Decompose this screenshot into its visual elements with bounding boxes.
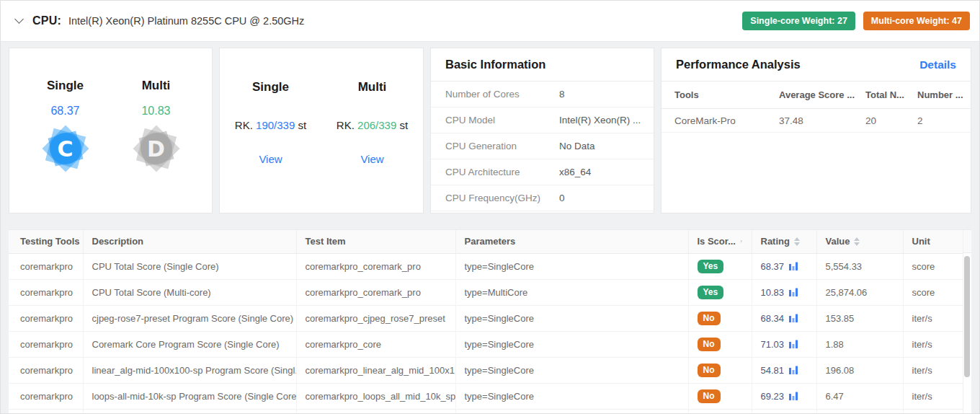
- rating-value: 69.23: [761, 391, 785, 402]
- cell-test-item: coremarkpro_coremark_pro: [296, 279, 455, 305]
- bar-chart-icon[interactable]: [788, 287, 798, 297]
- cell-description: linear_alg-mid-100x100-sp Program Score …: [83, 357, 296, 383]
- is-score-badge: No: [698, 338, 721, 351]
- single-rank-value: 190/339: [256, 119, 295, 131]
- multi-rank-heading: Multi: [321, 80, 423, 94]
- col-test-item: Test Item: [296, 230, 455, 253]
- cell-description: cjpeg-rose7-preset Program Score (Single…: [83, 305, 296, 331]
- multi-score-value: 10.83: [128, 105, 185, 118]
- single-rank-column: Single RK. 190/339 st View: [220, 80, 321, 213]
- info-row: Number of Cores 8: [431, 82, 654, 107]
- cell-test-item: coremarkpro_linear_alg_mid_100x1...: [296, 357, 455, 383]
- basic-information-card: Basic Information Number of Cores 8 CPU …: [430, 48, 654, 213]
- col-rating[interactable]: Rating: [752, 230, 816, 253]
- single-grade-letter: C: [43, 126, 88, 171]
- rating-value: 68.34: [761, 313, 785, 324]
- table-row[interactable]: coremarkpro Coremark Core Program Score …: [9, 331, 963, 357]
- cell-test-item: coremarkpro_coremark_pro: [296, 253, 455, 279]
- multi-grade-badge-icon: D: [134, 126, 179, 171]
- cell-testing-tool: coremarkpro: [9, 279, 83, 305]
- cell-parameters: type=SingleCore: [455, 305, 688, 331]
- single-view-link[interactable]: View: [259, 153, 282, 165]
- col-value[interactable]: Value: [816, 230, 903, 253]
- table-scrollbar-thumb[interactable]: [964, 256, 970, 377]
- table-row[interactable]: coremarkpro CPU Total Score (Multi-core)…: [9, 279, 963, 305]
- cell-unit: iter/s: [903, 331, 963, 357]
- is-score-badge: No: [698, 364, 721, 377]
- cell-value: 25,874.06: [816, 279, 903, 305]
- cell-test-item: coremarkpro_core: [296, 331, 455, 357]
- cell-rating: 54.81: [752, 357, 816, 383]
- basic-information-title: Basic Information: [445, 58, 545, 71]
- cell-is-score: No: [688, 357, 752, 383]
- is-score-badge: Yes: [698, 286, 724, 299]
- table-row[interactable]: coremarkpro cjpeg-rose7-preset Program S…: [9, 305, 963, 331]
- cell-testing-tool: coremarkpro: [9, 357, 83, 383]
- cell-value: 6.47: [816, 383, 903, 409]
- total-number: 20: [865, 115, 917, 126]
- cell-value: 153.85: [816, 305, 903, 331]
- single-rank-heading: Single: [220, 80, 321, 94]
- cpu-label: CPU:: [32, 14, 61, 27]
- multi-rank-line: RK. 206/339 st: [321, 119, 423, 131]
- cell-is-score: No: [688, 383, 752, 409]
- multi-view-link[interactable]: View: [360, 153, 383, 165]
- col-description: Description: [83, 230, 296, 253]
- col-average-score: Average Score ...: [779, 89, 865, 100]
- table-scrollbar-track[interactable]: [963, 230, 971, 414]
- cell-description: loops-all-mid-10k-sp Program Score (Sing…: [83, 383, 296, 409]
- bar-chart-icon[interactable]: [788, 313, 798, 323]
- is-score-badge: No: [698, 389, 721, 403]
- is-score-badge: No: [698, 312, 721, 325]
- results-table-zone: Testing Tools Description Test Item Para…: [9, 229, 971, 414]
- cpu-model-text: Intel(R) Xeon(R) Platinum 8255C CPU @ 2.…: [68, 15, 304, 27]
- sort-icon[interactable]: [854, 237, 860, 246]
- cell-unit: iter/s: [903, 383, 963, 409]
- col-is-score[interactable]: Is Scor...: [688, 230, 752, 253]
- bar-chart-icon[interactable]: [788, 391, 798, 401]
- table-row[interactable]: coremarkpro loops-all-mid-10k-sp Program…: [9, 383, 963, 409]
- cell-rating: 68.37: [752, 253, 816, 279]
- bar-chart-icon[interactable]: [788, 261, 798, 271]
- average-score: 37.48: [779, 115, 865, 126]
- rank-prefix: RK.: [235, 119, 256, 131]
- performance-analysis-card: Performance Analysis Details Tools Avera…: [661, 48, 971, 213]
- details-link[interactable]: Details: [919, 58, 956, 71]
- col-testing-tools: Testing Tools: [9, 230, 83, 253]
- cell-rating: 68.34: [752, 305, 816, 331]
- chevron-down-icon[interactable]: [14, 14, 24, 24]
- filter-funnel-icon[interactable]: [740, 237, 743, 246]
- is-score-badge: Yes: [698, 260, 724, 273]
- cell-unit: score: [903, 279, 963, 305]
- multi-score-column: Multi 10.83 D: [128, 79, 185, 213]
- info-value: 0: [559, 193, 565, 203]
- bar-chart-icon[interactable]: [788, 339, 798, 349]
- multi-rank-column: Multi RK. 206/339 st View: [321, 80, 423, 213]
- cell-parameters: type=SingleCore: [455, 331, 688, 357]
- col-unit: Unit: [903, 230, 963, 253]
- performance-table-row[interactable]: CoreMark-Pro 37.48 20 2: [662, 109, 971, 133]
- table-row[interactable]: coremarkpro linear_alg-mid-100x100-sp Pr…: [9, 357, 963, 383]
- info-value: Intel(R) Xeon(R) ...: [559, 115, 641, 125]
- bar-chart-icon[interactable]: [788, 365, 798, 375]
- summary-cards: Single 68.37 C Multi 10.83 D S: [9, 48, 971, 213]
- cell-description: CPU Total Score (Single Core): [83, 253, 296, 279]
- cell-rating: 10.83: [752, 279, 816, 305]
- info-label: Number of Cores: [431, 89, 559, 100]
- rating-value: 54.81: [761, 365, 785, 376]
- cell-description: CPU Total Score (Multi-core): [83, 279, 296, 305]
- results-table-header-row: Testing Tools Description Test Item Para…: [9, 230, 963, 253]
- cell-value: 196.08: [816, 357, 903, 383]
- sort-icon[interactable]: [794, 237, 800, 246]
- table-row[interactable]: coremarkpro CPU Total Score (Single Core…: [9, 253, 963, 279]
- cell-is-score: No: [688, 305, 752, 331]
- cell-unit: iter/s: [903, 305, 963, 331]
- info-label: CPU Architecture: [431, 167, 559, 177]
- col-parameters: Parameters: [455, 230, 688, 253]
- info-value: No Data: [559, 141, 595, 151]
- cell-description: Coremark Core Program Score (Single Core…: [83, 331, 296, 357]
- info-row: CPU Generation No Data: [431, 133, 654, 159]
- multi-score-heading: Multi: [128, 79, 185, 93]
- cell-value: 1.88: [816, 331, 903, 357]
- rating-value: 10.83: [761, 287, 785, 298]
